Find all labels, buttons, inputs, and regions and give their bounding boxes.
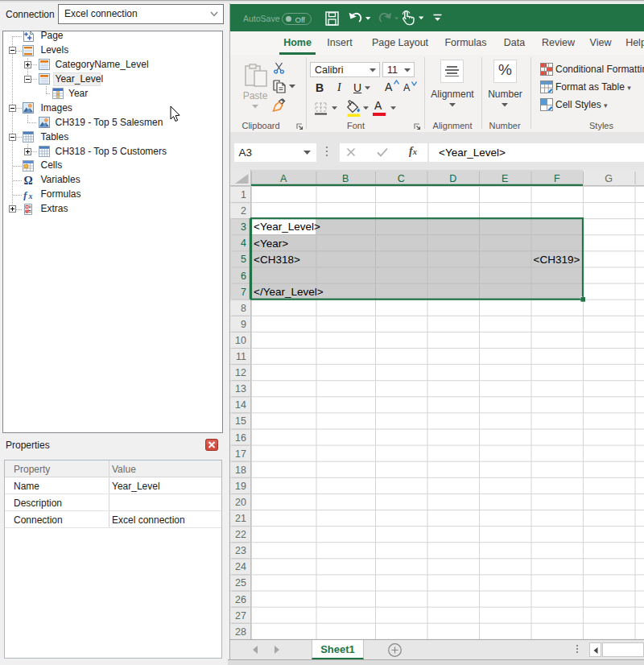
svg-text:15: 15 xyxy=(235,415,246,427)
svg-text:12: 12 xyxy=(235,367,246,378)
svg-text:18: 18 xyxy=(235,465,246,476)
svg-text:F: F xyxy=(554,173,560,184)
svg-text:x: x xyxy=(28,192,33,200)
svg-text:11: 11 xyxy=(236,351,246,362)
svg-text:1: 1 xyxy=(241,189,246,200)
svg-text:5: 5 xyxy=(241,254,246,265)
svg-text:25: 25 xyxy=(235,577,246,589)
svg-text:14: 14 xyxy=(235,399,246,411)
svg-text:9: 9 xyxy=(241,319,246,330)
svg-text:27: 27 xyxy=(235,610,246,622)
svg-text:</Year_Level>: </Year_Level> xyxy=(254,286,324,298)
svg-text:f: f xyxy=(23,189,28,200)
svg-text:<Year>: <Year> xyxy=(254,238,288,250)
svg-text:Ω: Ω xyxy=(23,175,32,186)
svg-text:C: C xyxy=(398,173,405,184)
svg-text:10: 10 xyxy=(235,335,246,346)
svg-text:4: 4 xyxy=(241,238,246,249)
svg-text:G: G xyxy=(605,173,613,184)
svg-text:24: 24 xyxy=(235,561,246,572)
svg-text:13: 13 xyxy=(235,383,246,394)
svg-text:21: 21 xyxy=(235,513,246,524)
svg-text:26: 26 xyxy=(235,594,246,605)
svg-text:<CH319>: <CH319> xyxy=(534,254,580,266)
svg-text:16: 16 xyxy=(235,432,246,444)
svg-text:A: A xyxy=(280,173,287,184)
svg-text:22: 22 xyxy=(235,529,246,540)
svg-text:20: 20 xyxy=(235,497,246,508)
svg-text:23: 23 xyxy=(235,545,246,556)
svg-text:<Year_Level>: <Year_Level> xyxy=(254,221,320,233)
svg-text:28: 28 xyxy=(235,626,246,638)
svg-text:E: E xyxy=(502,173,508,184)
svg-text:2: 2 xyxy=(241,205,246,217)
svg-text:19: 19 xyxy=(235,481,246,492)
svg-text:D: D xyxy=(449,173,456,184)
svg-text:6: 6 xyxy=(241,271,246,282)
svg-text:17: 17 xyxy=(235,448,246,460)
svg-text:3: 3 xyxy=(241,221,246,233)
svg-text:8: 8 xyxy=(241,303,246,314)
svg-text:7: 7 xyxy=(241,287,246,298)
svg-text:<CH318>: <CH318> xyxy=(254,254,300,266)
svg-text:B: B xyxy=(342,173,349,184)
